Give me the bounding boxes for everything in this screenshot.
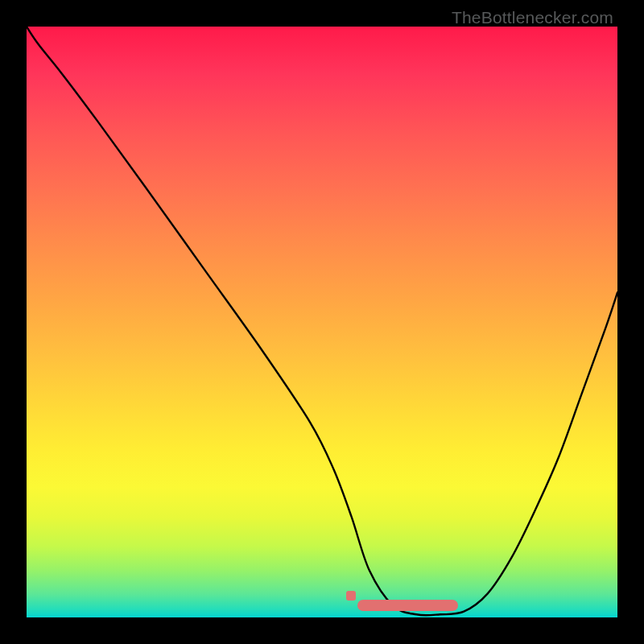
curve-svg [27, 27, 617, 617]
trough-highlight-bar [357, 600, 458, 611]
trough-start-marker [346, 591, 356, 601]
plot-area [27, 27, 617, 617]
bottleneck-curve [27, 27, 617, 615]
chart-container: TheBottlenecker.com [0, 0, 644, 644]
watermark-text: TheBottlenecker.com [452, 8, 613, 27]
